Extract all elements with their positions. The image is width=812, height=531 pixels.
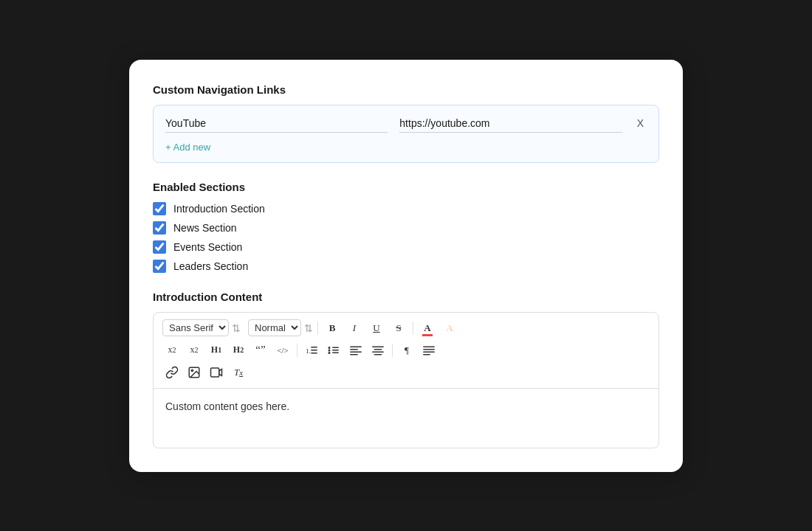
video-button[interactable] xyxy=(207,363,226,382)
ordered-list-icon: 1. xyxy=(306,345,317,355)
align-center-icon xyxy=(372,345,384,355)
svg-rect-7 xyxy=(332,347,339,348)
svg-rect-13 xyxy=(350,354,358,355)
svg-rect-9 xyxy=(332,352,339,353)
font-size-select[interactable]: Normal xyxy=(248,319,301,336)
svg-rect-24 xyxy=(211,368,219,377)
svg-marker-25 xyxy=(219,369,222,375)
nav-link-remove-button[interactable]: X xyxy=(634,116,647,131)
toolbar-row-2: x2 x2 H1 H2 “” </> 1. xyxy=(162,341,650,360)
checkbox-introduction-input[interactable] xyxy=(153,202,166,215)
nav-links-box: X + Add new xyxy=(153,105,659,163)
svg-point-23 xyxy=(191,369,193,371)
checkbox-leaders-label: Leaders Section xyxy=(173,260,248,272)
italic-button[interactable]: I xyxy=(345,319,364,338)
svg-rect-21 xyxy=(423,354,430,355)
divider-2 xyxy=(413,322,413,335)
strikethrough-button[interactable]: S xyxy=(389,319,408,338)
font-family-arrow-icon: ⇅ xyxy=(232,322,241,334)
svg-rect-19 xyxy=(423,349,435,350)
h1-button[interactable]: H1 xyxy=(207,341,226,360)
svg-rect-20 xyxy=(423,351,435,353)
bullet-list-icon xyxy=(328,345,340,355)
code-button[interactable]: </> xyxy=(273,341,292,360)
link-icon xyxy=(165,366,179,379)
divider-3 xyxy=(297,344,297,357)
font-color-a-icon: A xyxy=(424,322,430,334)
nav-link-url-input[interactable] xyxy=(399,114,622,133)
svg-rect-1 xyxy=(311,347,317,348)
font-color-button[interactable]: A xyxy=(418,319,437,338)
blockquote-button[interactable]: “” xyxy=(251,341,270,360)
checkbox-events-input[interactable] xyxy=(153,240,166,254)
bold-button[interactable]: B xyxy=(323,319,342,338)
svg-rect-14 xyxy=(372,346,384,347)
svg-point-5 xyxy=(328,349,331,351)
checkbox-events-label: Events Section xyxy=(173,241,242,253)
checkbox-news-input[interactable] xyxy=(153,221,166,235)
editor-box: Sans Serif ⇅ Normal ⇅ B I U S A xyxy=(153,312,659,448)
svg-point-6 xyxy=(328,352,331,354)
enabled-sections: Enabled Sections Introduction Section Ne… xyxy=(153,181,659,273)
svg-rect-15 xyxy=(374,349,382,350)
ordered-list-button[interactable]: 1. xyxy=(302,341,321,360)
align-center-button[interactable] xyxy=(368,341,388,360)
svg-rect-17 xyxy=(374,354,382,355)
checkbox-events: Events Section xyxy=(153,240,659,254)
checkbox-news: News Section xyxy=(153,221,659,235)
image-button[interactable] xyxy=(185,363,204,382)
checkbox-news-label: News Section xyxy=(173,222,237,234)
link-button[interactable] xyxy=(162,363,182,382)
divider-1 xyxy=(317,322,318,335)
image-icon xyxy=(187,366,201,379)
subscript-button[interactable]: x2 xyxy=(162,341,182,360)
justify-icon xyxy=(423,345,435,355)
toolbar-row-1: Sans Serif ⇅ Normal ⇅ B I U S A xyxy=(162,319,650,338)
settings-card: Custom Navigation Links X + Add new Enab… xyxy=(129,60,683,472)
checkbox-leaders: Leaders Section xyxy=(153,260,659,273)
nav-link-row: X xyxy=(165,114,647,133)
video-icon xyxy=(210,366,223,379)
nav-links-title: Custom Navigation Links xyxy=(153,83,659,96)
svg-rect-2 xyxy=(311,350,317,351)
svg-text:1.: 1. xyxy=(306,347,311,355)
divider-4 xyxy=(392,344,393,357)
toolbar-row-3: Tx xyxy=(162,363,650,382)
font-family-select[interactable]: Sans Serif xyxy=(162,319,229,336)
svg-rect-18 xyxy=(423,346,435,347)
add-new-link[interactable]: + Add new xyxy=(165,142,210,153)
svg-rect-16 xyxy=(372,351,384,353)
svg-point-4 xyxy=(328,347,331,349)
underline-button[interactable]: U xyxy=(367,319,386,338)
font-size-arrow-icon: ⇅ xyxy=(304,322,313,334)
superscript-button[interactable]: x2 xyxy=(185,341,204,360)
svg-rect-12 xyxy=(350,351,362,353)
bullet-list-button[interactable] xyxy=(324,341,343,360)
intro-content-title: Introduction Content xyxy=(153,291,659,303)
enabled-sections-title: Enabled Sections xyxy=(153,181,659,193)
clear-format-button[interactable]: Tx xyxy=(229,363,248,382)
align-left-icon xyxy=(350,345,362,355)
checkbox-introduction-label: Introduction Section xyxy=(173,203,265,215)
nav-link-name-input[interactable] xyxy=(165,114,388,133)
intro-content-section: Introduction Content Sans Serif ⇅ Normal… xyxy=(153,291,659,448)
font-color-indicator xyxy=(422,334,433,336)
svg-rect-3 xyxy=(311,353,317,354)
svg-rect-11 xyxy=(350,349,358,350)
checkbox-leaders-input[interactable] xyxy=(153,260,166,273)
indent-button[interactable]: ¶ xyxy=(397,341,416,360)
highlight-button[interactable]: A xyxy=(440,319,459,338)
highlight-a-icon: A xyxy=(446,322,453,334)
checkbox-introduction: Introduction Section xyxy=(153,202,659,215)
svg-rect-10 xyxy=(350,346,362,347)
h2-button[interactable]: H2 xyxy=(229,341,248,360)
editor-toolbar: Sans Serif ⇅ Normal ⇅ B I U S A xyxy=(154,313,658,389)
svg-rect-8 xyxy=(332,350,339,351)
justify-button[interactable] xyxy=(419,341,438,360)
editor-content[interactable]: Custom content goes here. xyxy=(154,389,658,448)
align-left-button[interactable] xyxy=(346,341,365,360)
